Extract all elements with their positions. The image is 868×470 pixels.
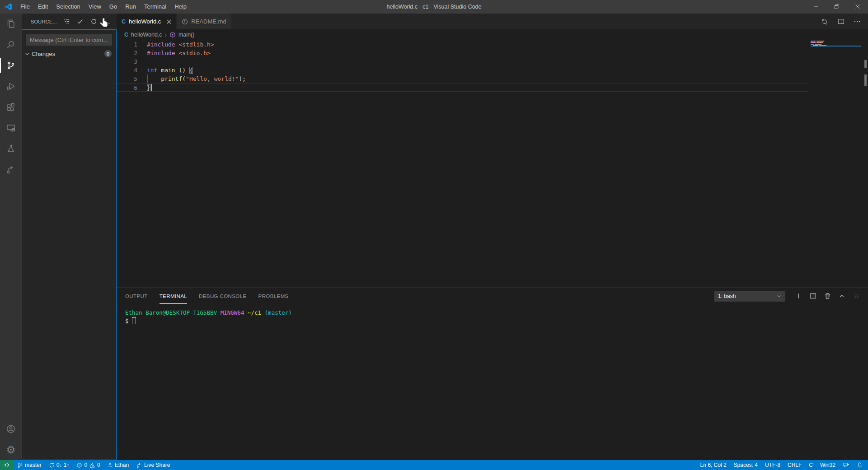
code-text: int main () { xyxy=(137,66,193,74)
more-actions-icon[interactable] xyxy=(854,18,861,25)
view-as-tree-icon[interactable] xyxy=(63,18,70,25)
new-terminal-icon[interactable] xyxy=(791,290,806,302)
code-line-6[interactable]: 6} xyxy=(117,83,808,92)
code-editor[interactable]: 1#include <stdlib.h>2#include <stdio.h>3… xyxy=(117,40,868,288)
tab-label: helloWorld.c xyxy=(129,18,161,25)
kill-terminal-trash-icon[interactable] xyxy=(820,290,835,302)
indentation-status[interactable]: Spaces: 4 xyxy=(730,460,761,470)
explorer-icon[interactable] xyxy=(0,14,22,34)
code-text: } xyxy=(137,84,152,91)
bottom-panel: OUTPUT TERMINAL DEBUG CONSOLE PROBLEMS 1… xyxy=(117,288,868,460)
encoding-status[interactable]: UTF-8 xyxy=(761,460,784,470)
editor-tab-bar: C helloWorld.c README.md xyxy=(117,14,868,29)
minimap-current-line xyxy=(811,46,861,47)
sync-counts: 0↓ 1↑ xyxy=(56,462,70,468)
account-icon[interactable] xyxy=(0,419,22,439)
restore-button[interactable] xyxy=(826,0,847,14)
cursor-position-status[interactable]: Ln 6, Col 2 xyxy=(697,460,730,470)
terminal-cursor xyxy=(132,317,136,324)
live-share-icon xyxy=(136,462,142,468)
settings-gear-icon[interactable]: ⚙ xyxy=(0,439,22,460)
overview-ruler-mark xyxy=(864,74,867,86)
commit-check-icon[interactable] xyxy=(77,18,84,25)
code-line-3[interactable]: 3 xyxy=(117,57,868,66)
breadcrumb-file[interactable]: helloWorld.c xyxy=(131,32,162,38)
problems-status[interactable]: 0 0 xyxy=(73,460,103,470)
tab-debug-console[interactable]: DEBUG CONSOLE xyxy=(199,289,247,304)
menu-go[interactable]: Go xyxy=(105,0,121,14)
user-status[interactable]: Ethan xyxy=(104,460,132,470)
status-bar: master 0↓ 1↑ 0 0 Ethan Live Share Ln 6, … xyxy=(0,460,868,470)
menu-file[interactable]: File xyxy=(16,0,34,14)
terminal-selector-dropdown[interactable]: 1: bash xyxy=(714,291,785,302)
close-window-button[interactable] xyxy=(847,0,868,14)
tab-helloworld-c[interactable]: C helloWorld.c xyxy=(117,14,177,29)
split-terminal-icon[interactable] xyxy=(806,290,820,302)
maximize-panel-chevron-up-icon[interactable] xyxy=(835,290,849,302)
minimap[interactable] xyxy=(811,40,861,49)
source-control-icon[interactable] xyxy=(0,55,22,76)
source-control-view: Changes 0 xyxy=(22,29,117,460)
window-title: helloWorld.c - c1 - Visual Studio Code xyxy=(386,4,481,10)
warning-icon xyxy=(89,462,95,468)
git-branch-status[interactable]: master xyxy=(14,460,45,470)
platform-status[interactable]: Win32 xyxy=(816,460,839,470)
refresh-icon[interactable] xyxy=(90,18,97,25)
warning-count: 0 xyxy=(97,462,100,468)
code-line-5[interactable]: 5 printf("Hello, world!"); xyxy=(117,74,868,83)
notifications-bell-icon[interactable] xyxy=(853,460,868,470)
remote-explorer-icon[interactable] xyxy=(0,117,22,138)
language-mode-status[interactable]: C xyxy=(805,460,816,470)
breadcrumb-separator: › xyxy=(165,32,167,38)
menu-help[interactable]: Help xyxy=(170,0,191,14)
code-text: #include <stdio.h> xyxy=(137,49,211,57)
sync-status[interactable]: 0↓ 1↑ xyxy=(45,460,73,470)
indent-guide xyxy=(147,74,148,83)
live-share-status[interactable]: Live Share xyxy=(132,460,174,470)
extensions-icon[interactable] xyxy=(0,97,22,117)
menu-selection[interactable]: Selection xyxy=(52,0,84,14)
error-icon xyxy=(76,462,82,468)
changes-section-header[interactable]: Changes 0 xyxy=(22,49,116,59)
tab-problems[interactable]: PROBLEMS xyxy=(258,289,289,304)
live-share-label: Live Share xyxy=(144,462,170,468)
commit-message-input[interactable] xyxy=(26,34,112,46)
open-changes-icon[interactable] xyxy=(821,18,829,26)
split-editor-icon[interactable] xyxy=(837,18,845,25)
remote-indicator[interactable] xyxy=(0,460,14,470)
close-panel-icon[interactable] xyxy=(849,290,863,302)
code-text: printf("Hello, world!"); xyxy=(137,74,246,83)
code-line-4[interactable]: 4int main () { xyxy=(117,66,868,74)
person-icon xyxy=(108,462,113,468)
line-number: 4 xyxy=(117,66,137,74)
live-share-icon[interactable] xyxy=(0,159,22,180)
code-line-2[interactable]: 2#include <stdio.h> xyxy=(117,49,868,57)
run-debug-icon[interactable] xyxy=(0,76,22,97)
close-tab-icon[interactable] xyxy=(167,19,171,24)
testing-icon[interactable] xyxy=(0,138,22,159)
minimize-button[interactable] xyxy=(806,0,826,14)
terminal-content[interactable]: Ethan Baron@DESKTOP-TIG5BBV MINGW64 ~/c1… xyxy=(117,304,868,460)
feedback-icon[interactable] xyxy=(839,460,853,470)
breadcrumb-symbol[interactable]: main() xyxy=(178,32,194,38)
eol-status[interactable]: CRLF xyxy=(784,460,805,470)
terminal-selector-value: 1: bash xyxy=(718,293,776,299)
menu-edit[interactable]: Edit xyxy=(34,0,52,14)
menu-run[interactable]: Run xyxy=(121,0,140,14)
line-number: 1 xyxy=(117,40,137,49)
line-number: 6 xyxy=(117,84,137,91)
search-icon[interactable] xyxy=(0,34,22,55)
tab-output[interactable]: OUTPUT xyxy=(125,289,148,304)
tab-terminal[interactable]: TERMINAL xyxy=(160,289,187,304)
title-bar: File Edit Selection View Go Run Terminal… xyxy=(0,0,868,14)
git-branch-icon xyxy=(17,462,23,468)
code-text: #include <stdlib.h> xyxy=(137,40,214,49)
info-icon xyxy=(182,19,188,25)
menu-view[interactable]: View xyxy=(84,0,105,14)
panel-header: OUTPUT TERMINAL DEBUG CONSOLE PROBLEMS 1… xyxy=(117,288,868,304)
tab-readme-md[interactable]: README.md xyxy=(177,14,231,29)
menu-terminal[interactable]: Terminal xyxy=(140,0,170,14)
code-text xyxy=(137,57,147,66)
changes-count-badge: 0 xyxy=(104,50,112,57)
code-line-1[interactable]: 1#include <stdlib.h> xyxy=(117,40,868,49)
